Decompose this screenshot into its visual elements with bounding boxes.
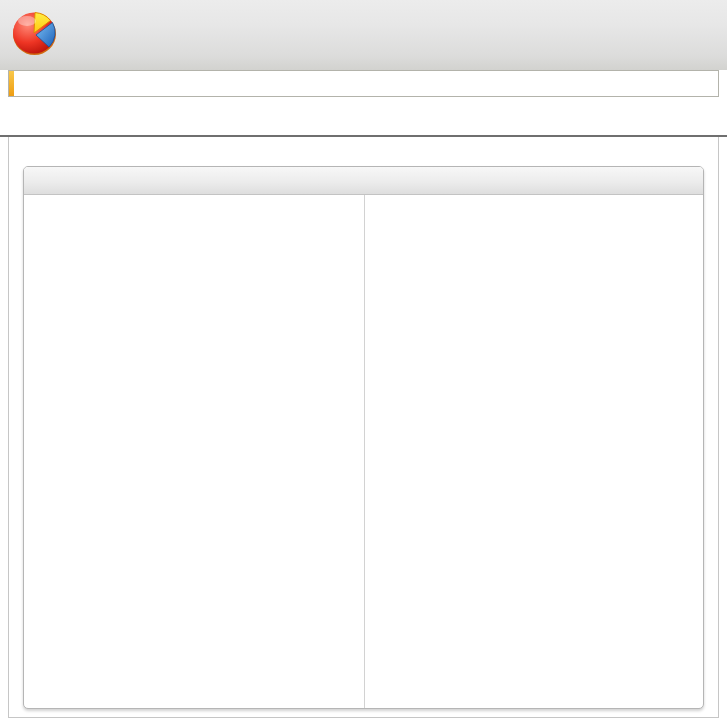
pie-chart-logo-icon [10,7,59,59]
reporting-period-bar [8,70,719,97]
table-header [24,167,703,195]
app-header [0,0,727,70]
pie-chart [24,195,365,709]
countries-panel [23,166,704,709]
countries-table [365,195,703,709]
tab-bar [0,110,727,137]
pie-chart-svg [24,195,365,709]
period-accent-stripe [9,71,14,96]
content-box [8,137,719,718]
